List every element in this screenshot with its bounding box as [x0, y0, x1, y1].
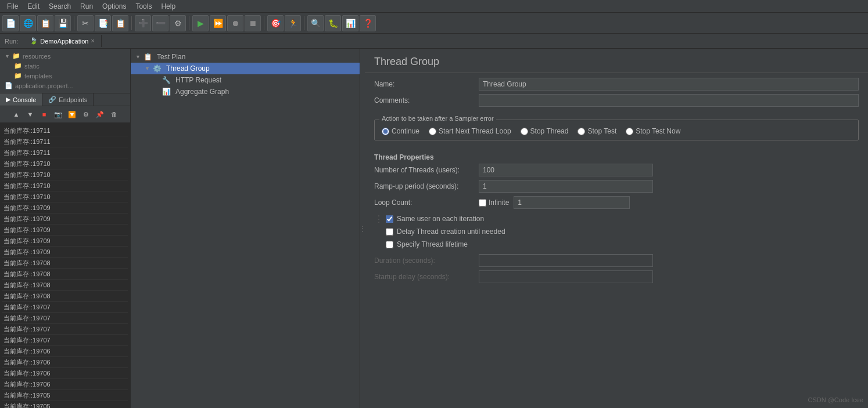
log-entry: 当前库存::19711: [2, 147, 128, 158]
folder-resources-icon: 📁: [12, 52, 20, 60]
menu-tools[interactable]: Tools: [131, 1, 156, 12]
log-entry: 当前库存::19705: [2, 390, 128, 401]
resources-label: resources: [23, 53, 51, 60]
trash-btn[interactable]: 🗑: [108, 109, 120, 120]
scroll-down-btn[interactable]: ▼: [24, 109, 36, 120]
tree-item-label: HTTP Request: [175, 76, 221, 84]
log-entry: 当前库存::19708: [2, 258, 128, 269]
stop-thread-radio[interactable]: [521, 128, 528, 135]
menu-options[interactable]: Options: [98, 1, 131, 12]
tab-close-button[interactable]: ×: [91, 38, 94, 44]
toolbar-template[interactable]: 📋: [37, 15, 53, 31]
log-area: 当前库存::19711当前库存::19711当前库存::19711当前库存::1…: [0, 123, 130, 408]
drag-dots[interactable]: ⋮: [374, 212, 386, 225]
specify-lifetime-checkbox[interactable]: [386, 241, 393, 248]
action-continue[interactable]: Continue: [382, 127, 419, 135]
stop-test-now-radio[interactable]: [626, 128, 633, 135]
loop-count-input[interactable]: [514, 196, 630, 209]
tree-item-label: Thread Group: [166, 64, 210, 73]
toolbar-flag[interactable]: 🎯: [267, 15, 284, 31]
log-entry: 当前库存::19707: [2, 313, 128, 324]
endpoints-tab[interactable]: 🔗 Endpoints: [42, 93, 94, 106]
toolbar-settings[interactable]: ⚙: [170, 15, 186, 31]
continue-radio[interactable]: [382, 128, 389, 135]
stop-btn[interactable]: ■: [38, 109, 50, 120]
tree-item[interactable]: 🔧HTTP Request: [131, 74, 360, 86]
infinite-checkbox-label[interactable]: Infinite: [479, 198, 509, 207]
pin-btn[interactable]: 📌: [94, 109, 106, 120]
toolbar-stop[interactable]: ⏺: [227, 15, 243, 31]
log-entry: 当前库存::19706: [2, 346, 128, 357]
checkboxes-area: Same user on each iteration Delay Thread…: [386, 212, 859, 251]
toolbar-debug[interactable]: 🐛: [325, 15, 341, 31]
tree-item[interactable]: ▼⚙️Thread Group: [131, 63, 360, 74]
toolbar-search[interactable]: 🔍: [307, 15, 324, 31]
file-tree-static[interactable]: 📁 static: [5, 61, 125, 71]
resize-handle[interactable]: ⋮: [360, 49, 365, 408]
panel-title: Thread Group: [365, 49, 868, 73]
toolbar-stop-test[interactable]: ⏹: [245, 15, 261, 31]
action-stop-test[interactable]: Stop Test: [578, 127, 616, 135]
same-user-checkbox[interactable]: [386, 215, 393, 223]
same-user-label: Same user on each iteration: [397, 215, 484, 223]
file-tree-templates[interactable]: 📁 templates: [5, 71, 125, 81]
endpoints-tab-label: Endpoints: [59, 96, 87, 103]
menu-file[interactable]: File: [2, 1, 23, 12]
file-tree-app[interactable]: 📄 application.propert...: [5, 81, 125, 91]
toolbar-paste[interactable]: 📋: [112, 15, 128, 31]
active-tab[interactable]: 🍃 DemoApplication ×: [23, 35, 102, 47]
toolbar-run[interactable]: ▶: [192, 15, 209, 31]
num-threads-label: Number of Threads (users):: [374, 166, 479, 174]
tree-item[interactable]: ▼📋Test Plan: [131, 51, 360, 63]
toolbar-run-no-pause[interactable]: ⏩: [210, 15, 226, 31]
scroll-up-btn[interactable]: ▲: [10, 109, 22, 120]
stop-test-radio[interactable]: [578, 128, 585, 135]
toolbar-new[interactable]: 📄: [2, 15, 19, 31]
duration-row: Duration (seconds):: [374, 254, 859, 267]
infinite-checkbox[interactable]: [479, 199, 486, 207]
filter-btn[interactable]: 🔽: [66, 109, 78, 120]
menu-edit[interactable]: Edit: [23, 1, 44, 12]
log-entry: 当前库存::19709: [2, 225, 128, 236]
toolbar-open[interactable]: 🌐: [20, 15, 36, 31]
delay-thread-row[interactable]: Delay Thread creation until needed: [386, 225, 859, 238]
toolbar-help[interactable]: ❓: [360, 15, 376, 31]
tree-item[interactable]: 📊Aggregate Graph: [131, 86, 360, 98]
toolbar-broom[interactable]: 🏃: [285, 15, 301, 31]
toolbar-cut[interactable]: ✂: [77, 15, 94, 31]
expand-resources-icon: ▼: [5, 53, 10, 59]
name-input[interactable]: [479, 78, 859, 91]
toolbar-report[interactable]: 📊: [342, 15, 358, 31]
app-label: application.propert...: [15, 82, 73, 89]
action-start-next[interactable]: Start Next Thread Loop: [429, 127, 511, 135]
menu-search[interactable]: Search: [44, 1, 76, 12]
num-threads-input[interactable]: [479, 164, 653, 176]
menu-run[interactable]: Run: [76, 1, 98, 12]
comments-input[interactable]: [479, 94, 859, 107]
delay-thread-checkbox[interactable]: [386, 228, 393, 236]
delay-thread-label: Delay Thread creation until needed: [397, 228, 505, 236]
specify-lifetime-row[interactable]: Specify Thread lifetime: [386, 238, 859, 251]
toolbar-add[interactable]: ➕: [135, 15, 151, 31]
ramp-up-input[interactable]: [479, 180, 653, 193]
file-tree-resources[interactable]: ▼ 📁 resources: [5, 51, 125, 61]
comments-row: Comments:: [374, 94, 859, 107]
camera-btn[interactable]: 📷: [52, 109, 64, 120]
toolbar-copy[interactable]: 📑: [95, 15, 111, 31]
tree-expand-icon: ▼: [145, 66, 150, 71]
console-tab[interactable]: ▶ Console: [0, 93, 42, 106]
action-stop-thread[interactable]: Stop Thread: [521, 127, 569, 135]
toolbar-save[interactable]: 💾: [55, 15, 71, 31]
log-entry: 当前库存::19705: [2, 401, 128, 408]
run-label: Run:: [0, 38, 23, 45]
menu-help[interactable]: Help: [156, 1, 180, 12]
options-section: ⋮ Same user on each iteration Delay Thre…: [374, 212, 859, 251]
same-user-row[interactable]: Same user on each iteration: [386, 212, 859, 225]
start-next-radio[interactable]: [429, 128, 436, 135]
file-app-icon: 📄: [5, 82, 13, 89]
settings-btn[interactable]: ⚙: [80, 109, 92, 120]
tree-item-icon: 📋: [144, 53, 152, 61]
ramp-up-label: Ramp-up period (seconds):: [374, 182, 479, 190]
action-stop-test-now[interactable]: Stop Test Now: [626, 127, 680, 135]
toolbar-remove[interactable]: ➖: [152, 15, 168, 31]
